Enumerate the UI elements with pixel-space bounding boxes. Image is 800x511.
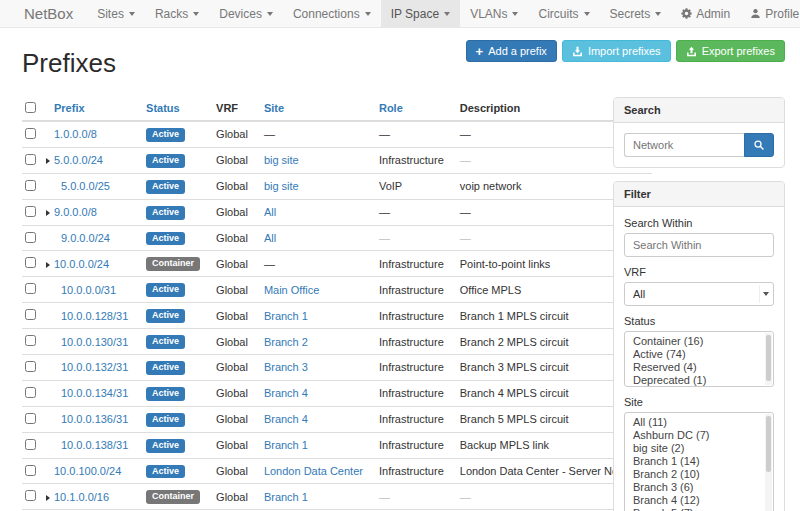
prefix-link[interactable]: 10.0.0.0/24: [54, 258, 109, 270]
row-checkbox[interactable]: [25, 335, 36, 346]
site-filter-select[interactable]: All (11)Ashburn DC (7)big site (2)Branch…: [624, 412, 774, 511]
row-checkbox[interactable]: [25, 180, 36, 191]
nav-item-profile[interactable]: Profile: [740, 0, 800, 27]
import-icon: [572, 46, 583, 57]
row-checkbox[interactable]: [25, 128, 36, 139]
prefix-link[interactable]: 10.0.0.130/31: [61, 336, 128, 348]
nav-label: Connections: [293, 7, 360, 21]
vrf-filter-select[interactable]: All: [624, 282, 774, 306]
export-prefixes-button[interactable]: Export prefixes: [676, 40, 785, 62]
prefix-link[interactable]: 10.0.0.0/31: [61, 284, 116, 296]
prefix-link[interactable]: 10.0.0.132/31: [61, 361, 128, 373]
select-option[interactable]: All (11): [625, 416, 773, 429]
nav-item-circuits[interactable]: Circuits: [528, 0, 599, 27]
scrollbar[interactable]: [765, 414, 772, 511]
status-filter-select[interactable]: Container (16)Active (74)Reserved (4)Dep…: [624, 331, 774, 387]
nav-label: VLANs: [470, 7, 507, 21]
site-link[interactable]: Branch 1: [264, 491, 308, 503]
row-checkbox[interactable]: [25, 283, 36, 294]
nav-item-racks[interactable]: Racks: [145, 0, 209, 27]
select-all-checkbox[interactable]: [25, 102, 36, 113]
sidebar-search-input[interactable]: [624, 133, 744, 157]
prefix-link[interactable]: 1.0.0.0/8: [54, 128, 97, 140]
row-checkbox[interactable]: [25, 309, 36, 320]
prefix-link[interactable]: 5.0.0.0/25: [61, 180, 110, 192]
prefix-link[interactable]: 10.0.100.0/24: [54, 465, 121, 477]
row-checkbox[interactable]: [25, 206, 36, 217]
nav-label: Racks: [155, 7, 188, 21]
select-option[interactable]: Branch 1 (14): [625, 455, 773, 468]
nav-item-connections[interactable]: Connections: [283, 0, 381, 27]
search-submit-button[interactable]: [744, 133, 774, 157]
import-prefixes-button[interactable]: Import prefixes: [562, 40, 671, 62]
prefix-link[interactable]: 5.0.0.0/24: [54, 154, 103, 166]
vrf-value: Global: [208, 251, 256, 277]
select-option[interactable]: Ashburn DC (7): [625, 429, 773, 442]
site-link[interactable]: big site: [264, 180, 299, 192]
search-panel-title: Search: [614, 98, 784, 123]
select-option[interactable]: Branch 3 (6): [625, 481, 773, 494]
site-link[interactable]: All: [264, 232, 276, 244]
select-option[interactable]: Branch 2 (10): [625, 468, 773, 481]
site-link[interactable]: Branch 2: [264, 336, 308, 348]
row-checkbox[interactable]: [25, 439, 36, 450]
site-link[interactable]: All: [264, 206, 276, 218]
prefix-link[interactable]: 9.0.0.0/24: [61, 232, 110, 244]
status-badge: Active: [146, 206, 185, 220]
site-link[interactable]: Branch 3: [264, 361, 308, 373]
row-checkbox[interactable]: [25, 413, 36, 424]
empty-value: —: [460, 128, 471, 140]
select-option[interactable]: Active (74): [625, 348, 773, 361]
select-option[interactable]: big site (2): [625, 442, 773, 455]
column-header-site[interactable]: Site: [264, 102, 284, 114]
scrollbar-thumb[interactable]: [766, 335, 771, 381]
nav-item-secrets[interactable]: Secrets: [600, 0, 672, 27]
row-checkbox[interactable]: [25, 465, 36, 476]
row-checkbox[interactable]: [25, 361, 36, 372]
select-option[interactable]: Container (16): [625, 335, 773, 348]
select-option[interactable]: Reserved (4): [625, 361, 773, 374]
select-option[interactable]: Deprecated (1): [625, 374, 773, 387]
row-checkbox[interactable]: [25, 257, 36, 268]
select-arrow-icon: [759, 285, 771, 303]
site-link[interactable]: big site: [264, 154, 299, 166]
role-value: Infrastructure: [371, 432, 452, 458]
site-link[interactable]: Branch 1: [264, 439, 308, 451]
table-row: 5.0.0.0/25ActiveGlobalbig siteVoIPvoip n…: [22, 173, 652, 199]
nav-item-vlans[interactable]: VLANs: [460, 0, 528, 27]
add-prefix-button[interactable]: +Add a prefix: [466, 40, 557, 62]
status-badge: Active: [146, 413, 185, 427]
site-link[interactable]: Branch 1: [264, 310, 308, 322]
netbox-brand[interactable]: NetBox: [0, 0, 87, 27]
nav-item-ip-space[interactable]: IP Space: [381, 0, 460, 27]
table-header-row: Prefix Status VRF Site Role Description: [22, 97, 652, 121]
row-checkbox[interactable]: [25, 232, 36, 243]
prefix-link[interactable]: 10.0.0.134/31: [61, 387, 128, 399]
column-header-role[interactable]: Role: [379, 102, 403, 114]
nav-item-devices[interactable]: Devices: [209, 0, 283, 27]
nav-item-sites[interactable]: Sites: [87, 0, 145, 27]
column-header-status[interactable]: Status: [146, 102, 180, 114]
prefix-link[interactable]: 10.0.0.136/31: [61, 413, 128, 425]
select-option[interactable]: Branch 4 (12): [625, 494, 773, 507]
scrollbar[interactable]: [765, 333, 772, 385]
prefix-link[interactable]: 10.0.0.138/31: [61, 439, 128, 451]
row-checkbox[interactable]: [25, 154, 36, 165]
scrollbar-thumb[interactable]: [766, 416, 771, 472]
search-within-input[interactable]: [624, 233, 774, 257]
site-link[interactable]: Branch 4: [264, 387, 308, 399]
row-checkbox[interactable]: [25, 387, 36, 398]
column-header-prefix[interactable]: Prefix: [54, 102, 85, 114]
prefix-link[interactable]: 9.0.0.0/8: [54, 206, 97, 218]
table-row: 10.0.0.138/31ActiveGlobalBranch 1Infrast…: [22, 432, 652, 458]
select-option[interactable]: Branch 5 (7): [625, 507, 773, 511]
prefix-link[interactable]: 10.0.0.128/31: [61, 310, 128, 322]
site-link[interactable]: Branch 4: [264, 413, 308, 425]
indent-spacer: [54, 319, 61, 320]
empty-value: —: [379, 232, 390, 244]
row-checkbox[interactable]: [25, 490, 36, 501]
site-link[interactable]: Main Office: [264, 284, 319, 296]
site-link[interactable]: London Data Center: [264, 465, 363, 477]
nav-item-admin[interactable]: Admin: [671, 0, 740, 27]
prefix-link[interactable]: 10.1.0.0/16: [54, 491, 109, 503]
